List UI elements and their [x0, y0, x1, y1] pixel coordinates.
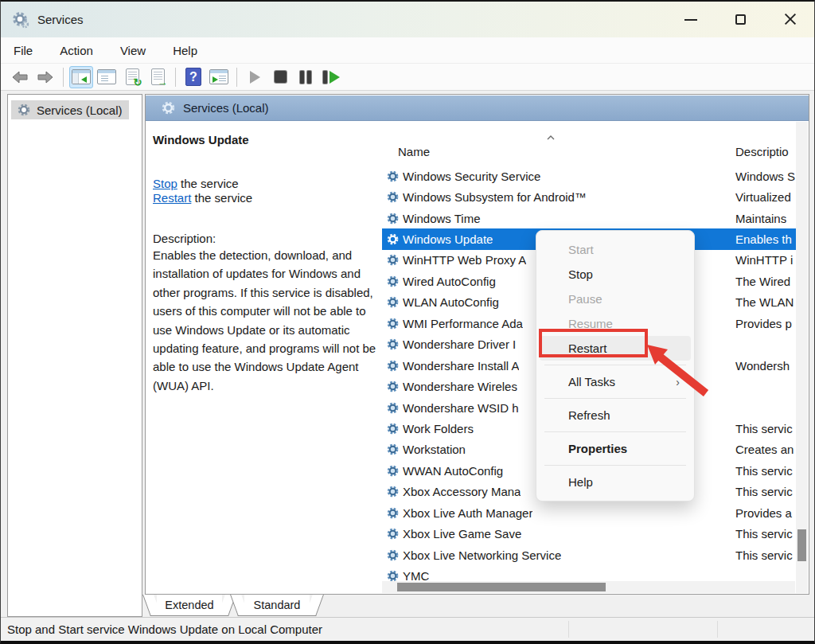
view-tabs: ExtendedStandard [146, 595, 322, 616]
menu-help[interactable]: Help [173, 44, 197, 57]
context-menu-label: Help [568, 475, 593, 489]
menu-action[interactable]: Action [60, 44, 93, 57]
forward-arrow-icon [37, 71, 54, 84]
stop-service-icon [275, 71, 287, 83]
export-list-button[interactable]: → [146, 66, 170, 88]
back-button[interactable] [8, 66, 32, 88]
service-name: Wired AutoConfig [403, 275, 496, 288]
gear-icon [162, 101, 175, 115]
context-menu-item-pause: Pause [540, 287, 691, 311]
service-gear-icon [387, 296, 399, 308]
column-header-description[interactable]: Descriptio [735, 145, 796, 158]
close-icon [784, 14, 796, 25]
service-gear-icon [387, 465, 399, 477]
service-name: Xbox Live Networking Service [403, 548, 561, 562]
context-menu: StartStopPauseResumeRestartAll Tasks›Ref… [536, 230, 695, 502]
properties-button[interactable] [95, 66, 119, 88]
service-name: Windows Security Service [403, 170, 540, 183]
title-bar: Services [1, 2, 814, 37]
context-menu-item-help[interactable]: Help [540, 470, 691, 494]
stop-service-link[interactable]: Stop [153, 177, 177, 190]
console-tree-panel: Services (Local) [7, 94, 142, 617]
export-list-icon: → [151, 68, 165, 85]
context-menu-item-properties[interactable]: Properties [540, 436, 691, 461]
service-name: WLAN AutoConfig [403, 295, 499, 309]
stop-service-line: Stop the service [153, 177, 384, 190]
service-gear-icon [387, 275, 399, 287]
service-description-cell: WinHTTP i [735, 253, 796, 267]
service-description-cell: Maintains [735, 212, 796, 225]
context-menu-item-all-tasks[interactable]: All Tasks› [540, 369, 691, 394]
back-arrow-icon [11, 71, 29, 84]
extended-info-pane: Windows Update Stop the service Restart … [153, 127, 384, 395]
service-row[interactable]: Windows Subsystem for Android™Virtualize… [382, 186, 797, 207]
context-menu-label: Refresh [568, 408, 610, 422]
service-description-cell: Provides a [735, 506, 796, 520]
context-menu-item-refresh[interactable]: Refresh [540, 403, 691, 427]
service-row[interactable]: Windows TimeMaintains [382, 208, 797, 228]
tab-standard[interactable]: Standard [234, 595, 320, 616]
menu-file[interactable]: File [14, 44, 33, 57]
vertical-scrollbar-thumb[interactable] [797, 529, 806, 561]
service-gear-icon [387, 213, 399, 224]
service-row[interactable]: Xbox Live Auth ManagerProvides a [382, 502, 797, 523]
forward-button[interactable] [33, 66, 57, 88]
service-description-cell: This servic [735, 464, 796, 478]
pause-service-button[interactable] [294, 66, 318, 88]
service-gear-icon [387, 423, 399, 435]
service-name: Work Folders [403, 422, 474, 435]
toolbar-separator [236, 68, 237, 87]
context-menu-item-stop[interactable]: Stop [540, 262, 691, 287]
show-action-pane-button[interactable] [207, 66, 231, 88]
toolbar-separator [63, 68, 64, 87]
minimize-icon [684, 19, 697, 21]
toolbar: ↻ → ? [1, 64, 814, 91]
action-pane-icon [209, 69, 228, 84]
window-title: Services [37, 13, 84, 26]
restart-service-link[interactable]: Restart [153, 191, 191, 205]
service-description-cell: Creates an [735, 443, 796, 456]
service-description-cell: Windows S [735, 170, 796, 183]
service-name: Windows Update [403, 232, 493, 246]
service-name: Wondershare Install A [403, 359, 519, 373]
tree-item-label: Services (Local) [37, 103, 123, 117]
context-menu-label: Pause [568, 292, 602, 306]
context-menu-label: All Tasks [568, 375, 615, 388]
sort-ascending-icon [546, 135, 556, 141]
context-menu-separator [544, 365, 686, 365]
content-header-title: Services (Local) [183, 101, 269, 115]
context-menu-label: Start [568, 243, 594, 256]
service-gear-icon [387, 549, 399, 561]
service-row[interactable]: Xbox Live Networking ServiceThis servic [382, 544, 797, 565]
service-description-cell: Virtualized [735, 190, 796, 204]
horizontal-scrollbar[interactable] [382, 581, 795, 593]
stop-service-button[interactable] [268, 66, 292, 88]
service-gear-icon [387, 254, 399, 266]
tab-extended[interactable]: Extended [146, 595, 232, 616]
service-gear-icon [387, 338, 399, 350]
menu-bar: FileActionViewHelp [1, 37, 814, 64]
restart-service-button[interactable] [319, 66, 343, 88]
service-row[interactable]: Xbox Live Game SaveThis servic [382, 523, 797, 544]
service-gear-icon [387, 402, 399, 414]
close-button[interactable] [765, 2, 814, 37]
maximize-icon [735, 14, 746, 25]
service-name: WWAN AutoConfig [403, 464, 503, 478]
tree-item-services-local[interactable]: Services (Local) [11, 100, 129, 119]
stop-line-suffix: the service [177, 177, 239, 190]
horizontal-scrollbar-thumb[interactable] [397, 583, 606, 591]
start-service-button[interactable] [243, 66, 267, 88]
minimize-button[interactable] [666, 2, 716, 37]
menu-view[interactable]: View [120, 44, 146, 57]
start-service-icon [250, 71, 260, 84]
help-button[interactable]: ? [181, 66, 205, 88]
refresh-button[interactable]: ↻ [120, 66, 144, 88]
help-icon: ? [185, 68, 201, 86]
show-console-tree-button[interactable] [69, 66, 93, 88]
service-name: Windows Time [403, 212, 481, 225]
column-header-name[interactable]: Name [398, 145, 430, 158]
maximize-button[interactable] [716, 2, 765, 37]
service-row[interactable]: Windows Security ServiceWindows S [382, 166, 797, 186]
vertical-scrollbar[interactable] [796, 122, 808, 593]
status-text: Stop and Start service Windows Update on… [7, 623, 322, 636]
